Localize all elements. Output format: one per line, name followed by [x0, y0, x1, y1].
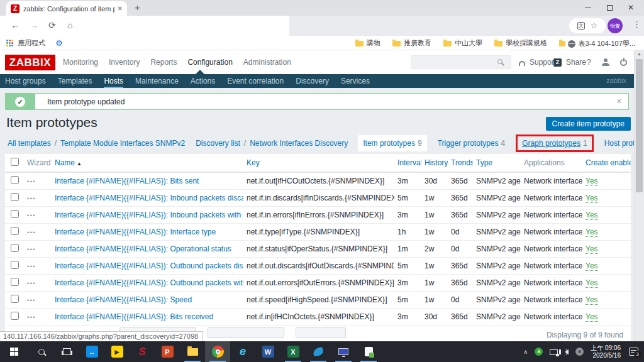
action-center-icon[interactable]: 3 [629, 348, 638, 356]
column-history[interactable]: History [421, 154, 448, 172]
row-checkbox[interactable] [11, 244, 19, 252]
row-checkbox[interactable] [11, 261, 19, 269]
bookmark-folder[interactable]: 中山大學 [443, 38, 482, 48]
taskbar-notepad[interactable] [356, 341, 381, 362]
bookmark-star-icon[interactable]: ☆ [591, 22, 598, 30]
browser-menu-icon[interactable]: ⋮ [633, 19, 641, 29]
taskbar-excel[interactable]: X [280, 341, 306, 362]
create-enabled-link[interactable]: Yes [586, 278, 598, 288]
wizard-menu-icon[interactable]: ••• [27, 263, 36, 270]
row-checkbox[interactable] [11, 210, 19, 218]
breadcrumb-link[interactable]: Template Module Interfaces SNMPv2 [51, 139, 185, 148]
wizard-menu-icon[interactable]: ••• [27, 297, 36, 304]
item-name-link[interactable]: Interface {#IFNAME}({#IFALIAS}): Operati… [55, 244, 231, 253]
column-key[interactable]: Key [243, 154, 394, 172]
create-enabled-link[interactable]: Yes [586, 261, 598, 271]
item-name-link[interactable]: Interface {#IFNAME}({#IFALIAS}): Inbound… [55, 211, 243, 219]
volume-tray-icon[interactable] [565, 349, 569, 354]
create-enabled-link[interactable]: Yes [586, 295, 598, 305]
bookmark-folder[interactable]: 購物 [355, 38, 380, 48]
window-maximize-button[interactable] [599, 0, 620, 15]
column-type[interactable]: Type [473, 154, 521, 172]
back-icon[interactable]: ← [11, 20, 19, 30]
disconnected-tray-icon[interactable]: ✕ [575, 348, 584, 356]
gear-icon[interactable]: ⚙ [55, 38, 63, 48]
wizard-menu-icon[interactable]: ••• [27, 314, 36, 321]
wizard-menu-icon[interactable]: ••• [27, 212, 36, 219]
reload-icon[interactable]: ⟳ [48, 20, 56, 30]
breadcrumb-link[interactable]: Discovery list [196, 139, 240, 148]
scrollbar-thumb[interactable] [636, 59, 643, 192]
create-item-prototype-button[interactable]: Create item prototype [546, 117, 631, 131]
sub-nav-item[interactable]: Templates [58, 77, 92, 85]
wizard-menu-icon[interactable]: ••• [27, 229, 36, 236]
tray-chevron-icon[interactable]: ∧ [524, 349, 528, 355]
sub-nav-item[interactable]: Hosts [104, 77, 123, 85]
network-tray-icon[interactable] [550, 349, 558, 355]
row-checkbox[interactable] [11, 176, 19, 184]
taskbar-powerpoint[interactable]: P [155, 341, 180, 362]
apps-grid-icon[interactable] [6, 40, 13, 47]
main-nav-item[interactable]: Inventory [109, 58, 140, 67]
taskbar-remote-desktop[interactable] [331, 341, 356, 362]
item-name-link[interactable]: Interface {#IFNAME}({#IFALIAS}): Inbound… [55, 194, 243, 202]
select-all-checkbox[interactable] [11, 158, 19, 166]
taskbar-wireshark[interactable] [306, 341, 331, 362]
prototype-tab[interactable]: Item prototypes9 [358, 135, 426, 151]
message-close-icon[interactable]: ✕ [616, 97, 622, 106]
sub-nav-item[interactable]: Services [341, 77, 370, 85]
taskbar-file-explorer[interactable] [180, 341, 205, 362]
row-checkbox[interactable] [11, 312, 19, 320]
item-name-link[interactable]: Interface {#IFNAME}({#IFALIAS}): Outboun… [55, 261, 243, 270]
user-profile-button[interactable] [602, 50, 609, 74]
item-name-link[interactable]: Interface {#IFNAME}({#IFALIAS}): Bits re… [55, 312, 213, 321]
row-checkbox[interactable] [11, 295, 19, 303]
create-enabled-link[interactable]: Yes [586, 177, 598, 186]
row-checkbox[interactable] [11, 278, 19, 286]
profile-avatar[interactable]: 怡萱 [608, 18, 623, 33]
create-enabled-link[interactable]: Yes [586, 312, 598, 322]
start-button[interactable] [0, 341, 29, 362]
bookmark-folder[interactable]: 學校採購規格 [494, 38, 547, 48]
taskbar-internet-explorer[interactable]: e [230, 341, 255, 362]
wizard-menu-icon[interactable]: ••• [27, 280, 36, 287]
item-name-link[interactable]: Interface {#IFNAME}({#IFALIAS}): Outboun… [55, 278, 243, 287]
taskbar-teamviewer[interactable]: ↔ [79, 341, 104, 362]
item-name-link[interactable]: Interface {#IFNAME}({#IFALIAS}): Speed [55, 295, 192, 304]
share-link[interactable]: Z Share [553, 50, 586, 74]
tab-close-icon[interactable]: ✕ [118, 5, 123, 12]
column-trends[interactable]: Trends [448, 154, 473, 172]
main-nav-item[interactable]: Administration [243, 58, 291, 67]
help-button[interactable]: ? [587, 50, 591, 74]
page-scrollbar[interactable]: ▲ [634, 50, 644, 341]
antivirus-tray-icon[interactable] [535, 348, 543, 356]
sub-nav-item[interactable]: Host groups [5, 77, 46, 85]
sub-nav-item[interactable]: Discovery [296, 77, 329, 85]
scrollbar-up-arrow[interactable]: ▲ [635, 50, 644, 58]
window-close-button[interactable]: ✕ [620, 0, 641, 15]
wizard-menu-icon[interactable]: ••• [27, 246, 36, 253]
logout-button[interactable] [620, 50, 627, 74]
breadcrumb-link[interactable]: Network Interfaces Discovery [240, 139, 348, 148]
create-enabled-link[interactable]: Yes [586, 211, 598, 220]
taskbar-clock[interactable]: 上午 09:06 2020/5/16 [591, 344, 621, 359]
home-icon[interactable]: ⌂ [67, 20, 72, 30]
column-name-sort[interactable]: Name▲ [52, 154, 243, 172]
wizard-menu-icon[interactable]: ••• [27, 178, 36, 185]
sub-nav-item[interactable]: Actions [191, 77, 215, 85]
zabbix-search-box[interactable] [411, 55, 511, 69]
sub-nav-item[interactable]: Maintenance [135, 77, 179, 85]
sub-nav-item[interactable]: Event correlation [227, 77, 284, 85]
column-interval[interactable]: Interval [394, 154, 421, 172]
row-checkbox[interactable] [11, 193, 19, 201]
new-tab-button[interactable]: + [135, 2, 140, 13]
item-name-link[interactable]: Interface {#IFNAME}({#IFALIAS}): Bits se… [55, 177, 199, 185]
taskbar-search-button[interactable] [29, 341, 54, 362]
bookmark-page[interactable]: 表3-4 104-107學... [565, 39, 636, 48]
task-view-button[interactable] [54, 341, 79, 362]
prototype-tab[interactable]: Graph prototypes1 [516, 134, 593, 152]
taskbar-s-app[interactable]: S [130, 341, 155, 362]
main-nav-item[interactable]: Reports [150, 58, 177, 67]
omnibox[interactable] [0, 16, 289, 36]
browser-tab[interactable]: Z zabbix: Configuration of item p ✕ [6, 1, 127, 16]
